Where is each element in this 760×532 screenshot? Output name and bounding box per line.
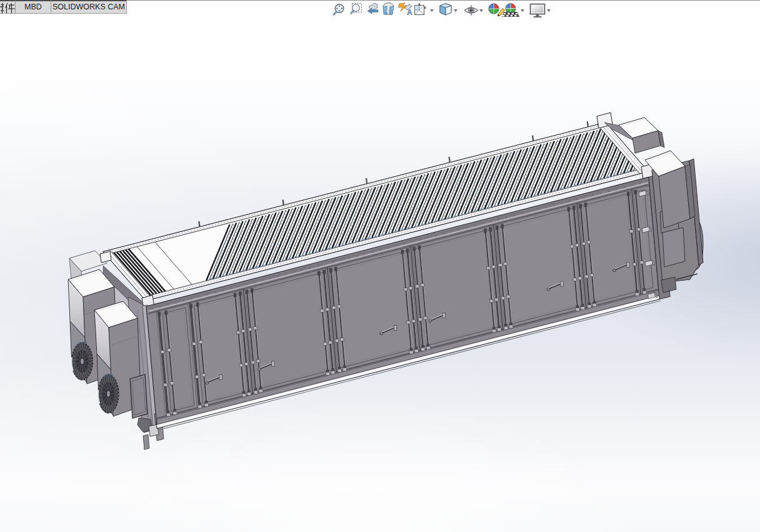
svg-text:A: A <box>407 8 412 17</box>
